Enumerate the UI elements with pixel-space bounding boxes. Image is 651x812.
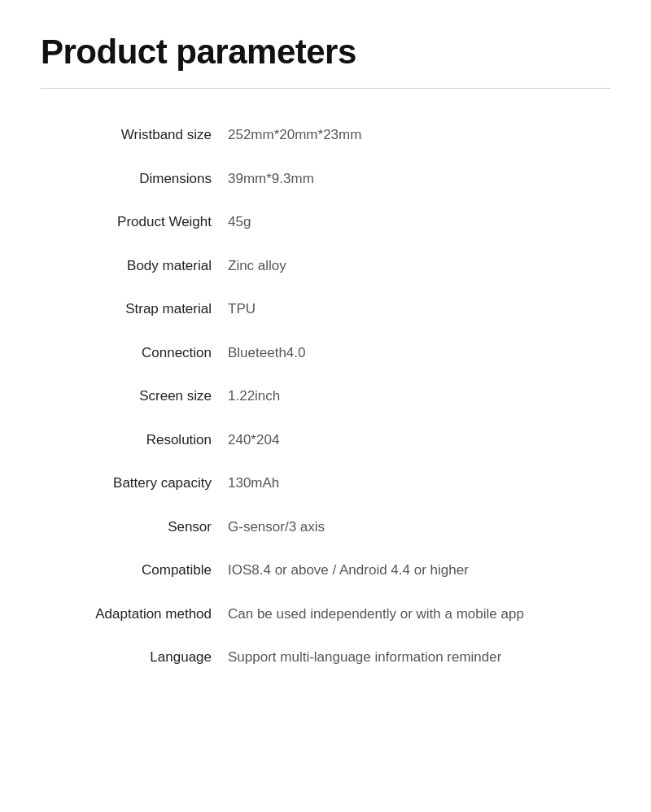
param-value: 45g [220,200,610,244]
table-row: LanguageSupport multi-language informati… [41,635,610,679]
param-label: Body material [41,244,220,288]
param-label: Resolution [41,418,220,462]
param-label: Language [41,635,220,679]
param-label: Battery capacity [41,461,220,505]
table-row: Strap materialTPU [41,287,610,331]
param-label: Wristband size [41,113,220,157]
param-value: TPU [220,287,610,331]
param-value: 252mm*20mm*23mm [220,113,610,157]
table-row: ConnectionBlueteeth4.0 [41,331,610,375]
param-value: Can be used independently or with a mobi… [220,592,610,636]
table-row: Resolution240*204 [41,418,610,462]
table-row: Body materialZinc alloy [41,244,610,288]
page-title: Product parameters [41,33,610,72]
table-row: CompatibleIOS8.4 or above / Android 4.4 … [41,548,610,592]
param-value: 1.22inch [220,374,610,418]
param-value: Zinc alloy [220,244,610,288]
page-container: Product parameters Wristband size252mm*2… [0,0,651,728]
table-row: Wristband size252mm*20mm*23mm [41,113,610,157]
param-label: Sensor [41,505,220,549]
param-value: 39mm*9.3mm [220,157,610,201]
param-label: Connection [41,331,220,375]
param-label: Strap material [41,287,220,331]
table-row: Adaptation methodCan be used independent… [41,592,610,636]
param-value: 240*204 [220,418,610,462]
param-value: IOS8.4 or above / Android 4.4 or higher [220,548,610,592]
section-divider [41,88,610,89]
param-value: 130mAh [220,461,610,505]
param-value: G-sensor/3 axis [220,505,610,549]
param-label: Screen size [41,374,220,418]
table-row: Product Weight45g [41,200,610,244]
param-label: Adaptation method [41,592,220,636]
param-value: Support multi-language information remin… [220,635,610,679]
param-value: Blueteeth4.0 [220,331,610,375]
param-label: Compatible [41,548,220,592]
param-label: Dimensions [41,157,220,201]
parameters-table: Wristband size252mm*20mm*23mmDimensions3… [41,113,610,679]
param-label: Product Weight [41,200,220,244]
table-row: Dimensions39mm*9.3mm [41,157,610,201]
table-row: Screen size1.22inch [41,374,610,418]
table-row: Battery capacity130mAh [41,461,610,505]
table-row: SensorG-sensor/3 axis [41,505,610,549]
